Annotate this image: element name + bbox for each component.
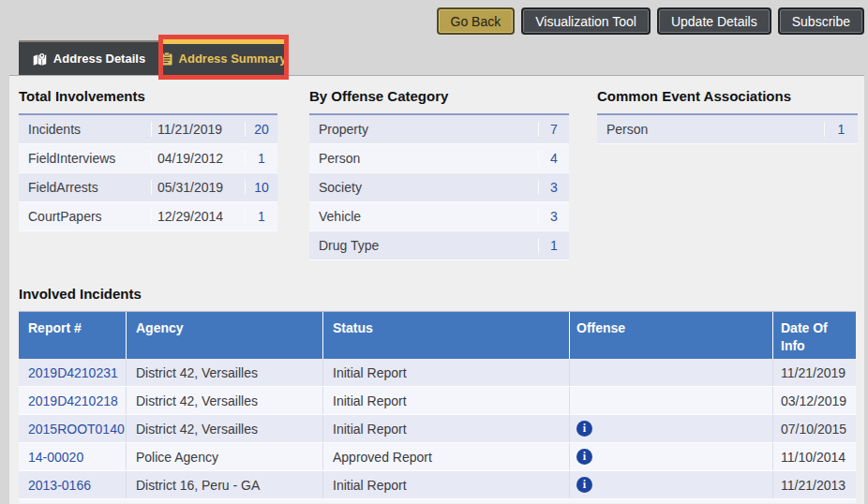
table-row: Person 1 <box>597 115 858 144</box>
table-row: Incidents 11/21/2019 20 <box>19 115 277 144</box>
date-of-info-cell: 11/10/2014 <box>773 443 856 470</box>
table-row: Drug Type 1 <box>309 231 569 260</box>
offense-count[interactable]: 7 <box>539 122 569 137</box>
common-event-associations-table: Person 1 <box>597 113 858 144</box>
date-of-info-cell: 07/10/2015 <box>773 415 856 442</box>
offense-category: Drug Type <box>309 238 539 253</box>
involvement-type: FieldInterviews <box>19 151 152 166</box>
section-total-involvements: Total Involvements Incidents 11/21/2019 … <box>19 76 277 260</box>
incident-row: 2015ROOT0140 District 42, Versailles Ini… <box>19 415 856 443</box>
go-back-button[interactable]: Go Back <box>437 7 516 35</box>
table-row: CourtPapers 12/29/2014 1 <box>19 202 277 231</box>
table-row: FieldArrests 05/31/2019 10 <box>19 173 277 202</box>
date-of-info-cell: 11/21/2019 <box>773 359 856 386</box>
toolbar: Go Back Visualization Tool Update Detail… <box>437 7 864 35</box>
date-of-info-cell: 03/12/2019 <box>773 387 856 414</box>
subscribe-button[interactable]: Subscribe <box>778 7 864 35</box>
offense-category: Person <box>309 151 539 166</box>
total-involvements-title: Total Involvements <box>19 88 277 104</box>
common-event-associations-title: Common Event Associations <box>597 88 858 104</box>
status-cell: Initial Report <box>323 359 570 386</box>
involvement-date: 05/31/2019 <box>152 180 246 195</box>
column-header-date-of-info[interactable]: Date Of Info <box>773 312 856 359</box>
offense-count[interactable]: 1 <box>539 238 569 253</box>
offense-cell: i <box>570 471 773 498</box>
by-offense-category-table: Property 7 Person 4 Society 3 Vehicle 3 … <box>309 113 569 260</box>
table-row: Society 3 <box>309 173 569 202</box>
report-number-link[interactable]: 2013-0166 <box>28 478 91 493</box>
column-header-report[interactable]: Report # <box>19 312 127 359</box>
offense-count[interactable]: 3 <box>539 209 569 224</box>
report-number-link[interactable]: 2019D4210218 <box>28 393 118 408</box>
involvement-count[interactable]: 1 <box>246 151 277 166</box>
involvement-type: CourtPapers <box>19 209 152 224</box>
offense-category: Property <box>309 122 539 137</box>
table-row: Property 7 <box>309 115 569 144</box>
involvement-date: 04/19/2012 <box>152 151 246 166</box>
agency-cell: District 16, Peru - GA <box>127 471 323 498</box>
incident-row: 2013-0166 District 16, Peru - GA Initial… <box>19 471 856 499</box>
section-common-event-associations: Common Event Associations Person 1 <box>597 76 858 260</box>
offense-category: Vehicle <box>309 209 539 224</box>
tab-address-details-label: Address Details <box>53 52 145 66</box>
update-details-button[interactable]: Update Details <box>657 7 771 35</box>
map-people-icon <box>33 52 47 66</box>
agency-cell: Police Agency <box>127 443 323 470</box>
incident-row: 2019D4210218 District 42, Versailles Ini… <box>19 387 856 415</box>
offense-cell: i <box>570 415 773 442</box>
tab-address-summary[interactable]: Address Summary <box>159 42 288 75</box>
involvement-date: 12/29/2014 <box>152 209 246 224</box>
offense-count[interactable]: 4 <box>539 151 569 166</box>
tab-address-details[interactable]: Address Details <box>19 42 159 75</box>
involvement-type: FieldArrests <box>19 180 152 195</box>
association-type: Person <box>597 122 825 137</box>
association-count[interactable]: 1 <box>825 122 858 137</box>
info-icon[interactable]: i <box>576 421 592 437</box>
column-header-status[interactable]: Status <box>323 312 570 359</box>
involvement-count[interactable]: 20 <box>246 122 277 137</box>
report-number-link[interactable]: 2015ROOT0140 <box>28 422 125 437</box>
offense-category: Society <box>309 180 539 195</box>
column-header-agency[interactable]: Agency <box>127 312 323 359</box>
report-number-link[interactable]: 2019D4210231 <box>28 365 118 380</box>
involvement-count[interactable]: 10 <box>246 180 277 195</box>
offense-cell <box>570 387 773 414</box>
info-icon[interactable]: i <box>576 449 592 465</box>
involved-incidents-title: Involved Incidents <box>19 286 864 302</box>
incident-row-partial <box>19 499 856 503</box>
agency-cell: District 42, Versailles <box>127 415 323 442</box>
agency-cell: District 42, Versailles <box>127 387 323 414</box>
status-cell: Approved Report <box>323 443 570 470</box>
involved-incidents-table: Report # Agency Status Offense Date Of I… <box>19 311 856 503</box>
tab-address-summary-label: Address Summary <box>179 52 287 66</box>
status-cell: Initial Report <box>323 471 570 498</box>
info-icon[interactable]: i <box>576 477 592 493</box>
involvement-type: Incidents <box>19 122 152 137</box>
offense-cell: i <box>570 443 773 470</box>
column-header-offense[interactable]: Offense <box>570 312 773 359</box>
total-involvements-table: Incidents 11/21/2019 20 FieldInterviews … <box>19 113 277 231</box>
status-cell: Initial Report <box>323 387 570 414</box>
table-row: Person 4 <box>309 144 569 173</box>
involvement-date: 11/21/2019 <box>152 122 246 137</box>
offense-count[interactable]: 3 <box>539 180 569 195</box>
tab-bar: Address Details Address Summary <box>19 40 288 75</box>
section-by-offense-category: By Offense Category Property 7 Person 4 … <box>309 76 569 260</box>
incident-row: 14-00020 Police Agency Approved Report i… <box>19 443 856 471</box>
status-cell: Initial Report <box>323 415 570 442</box>
report-number-link[interactable]: 14-00020 <box>28 450 83 465</box>
visualization-tool-button[interactable]: Visualization Tool <box>521 7 651 35</box>
incidents-table-header: Report # Agency Status Offense Date Of I… <box>19 312 856 359</box>
address-summary-panel: Total Involvements Incidents 11/21/2019 … <box>9 75 864 504</box>
table-row: Vehicle 3 <box>309 202 569 231</box>
summary-tables: Total Involvements Incidents 11/21/2019 … <box>19 76 864 260</box>
table-row: FieldInterviews 04/19/2012 1 <box>19 144 277 173</box>
clipboard-icon <box>161 52 172 66</box>
offense-cell <box>570 359 773 386</box>
involvement-count[interactable]: 1 <box>246 209 277 224</box>
agency-cell: District 42, Versailles <box>127 359 323 386</box>
incident-row: 2019D4210231 District 42, Versailles Ini… <box>19 359 856 387</box>
by-offense-category-title: By Offense Category <box>309 88 569 104</box>
date-of-info-cell: 11/21/2013 <box>773 471 856 498</box>
